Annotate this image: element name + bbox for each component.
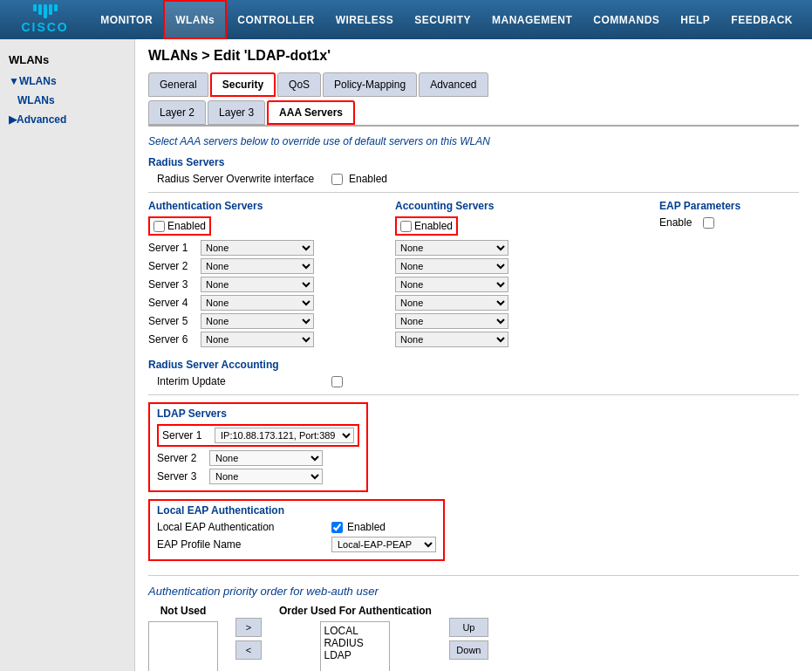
nav-wireless[interactable]: WIRELESS [325,0,405,39]
acct-server-4-select[interactable]: None [395,295,508,311]
nav-security[interactable]: SECURITY [404,0,481,39]
content-area: WLANs > Edit 'LDAP-dot1x' General Securi… [135,39,812,671]
eap-header: EAP Parameters [659,200,799,212]
radius-accounting-header: Radius Server Accounting [148,359,799,371]
local-eap-checkbox[interactable] [331,522,343,533]
auth-server-1-row: Server 1 None [148,240,395,256]
acct-server-6-select[interactable]: None [395,332,508,347]
ldap-server-3-select[interactable]: None [209,469,323,484]
auth-server-5-select[interactable]: None [201,313,314,329]
auth-server-rows: Server 1 None Server 2 None Server 3 Non… [148,240,395,347]
ldap-server-1-label: Server 1 [162,429,215,442]
radius-overwrite-row: Radius Server Overwrite interface Enable… [148,173,799,185]
radius-overwrite-text: Enabled [349,173,387,185]
subtab-aaa-servers[interactable]: AAA Servers [267,100,355,125]
eap-profile-row: EAP Profile Name Local-EAP-PEAP [157,537,436,552]
acct-server-5-select[interactable]: None [395,313,508,329]
nav-wlans[interactable]: WLANs [163,0,227,39]
move-right-button[interactable]: > [235,618,262,637]
auth-server-1-select[interactable]: None [201,240,314,256]
acct-enabled-checkbox[interactable] [400,221,412,232]
ldap-server-3-row: Server 3 None [157,469,359,484]
sidebar-wlans-arrow: ▼ [9,75,19,87]
nav-commands[interactable]: COMMANDS [583,0,670,39]
sidebar-title: WLANs [0,48,134,72]
divider-3 [148,575,799,576]
auth-server-3-row: Server 3 None [148,277,395,292]
auth-server-4-label: Server 4 [148,297,201,309]
tab-qos[interactable]: QoS [277,72,321,97]
divider-2 [148,394,799,395]
move-left-button[interactable]: < [235,640,262,660]
nav-management[interactable]: MANAGEMENT [481,0,583,39]
sidebar-subitem-wlans[interactable]: WLANs [0,91,134,110]
radius-overwrite-checkbox[interactable] [331,174,343,185]
aaa-content: Select AAA servers below to override use… [148,135,799,671]
auth-server-4-select[interactable]: None [201,295,314,311]
acct-server-3-row: None [395,277,642,292]
auth-servers-col: Authentication Servers Enabled Server 1 … [148,200,395,350]
auth-server-2-select[interactable]: None [201,258,314,274]
tab-general[interactable]: General [148,72,208,97]
acct-server-3-select[interactable]: None [395,277,508,292]
interim-update-checkbox[interactable] [331,376,343,387]
acct-server-1-select[interactable]: None [395,240,508,256]
radius-overwrite-value: Enabled [331,173,387,185]
order-radius[interactable]: RADIUS [324,637,386,649]
eap-profile-select[interactable]: Local-EAP-PEAP [331,537,436,552]
nav-monitor[interactable]: MONITOR [90,0,163,39]
acct-enabled-label: Enabled [414,220,453,232]
order-used-box: LOCAL RADIUS LDAP [320,621,390,671]
down-button[interactable]: Down [449,640,488,660]
order-local[interactable]: LOCAL [324,625,386,637]
nav-feedback[interactable]: FEEDBACK [720,0,803,39]
sidebar-item-wlans[interactable]: ▼ WLANs [0,72,134,91]
not-used-title: Not Used [160,605,207,617]
ldap-server-2-row: Server 2 None [157,450,359,466]
sidebar-item-advanced[interactable]: ▶ Advanced [0,110,134,129]
order-used-col: Order Used For Authentication LOCAL RADI… [279,605,432,671]
eap-profile-label: EAP Profile Name [157,538,331,551]
acct-server-5-row: None [395,313,642,329]
interim-update-label: Interim Update [157,375,331,387]
acct-server-2-select[interactable]: None [395,258,508,274]
tab-advanced[interactable]: Advanced [419,72,488,97]
tab-policy-mapping[interactable]: Policy-Mapping [323,72,417,97]
tab-security[interactable]: Security [210,72,276,97]
not-used-col: Not Used [148,605,218,671]
local-eap-enabled-text: Enabled [347,521,386,533]
local-eap-section: Local EAP Authentication Local EAP Authe… [148,499,445,561]
auth-server-6-select[interactable]: None [201,332,314,347]
acct-enabled-box: Enabled [395,216,458,236]
local-eap-header: Local EAP Authentication [157,504,436,517]
nav-menu: MONITOR WLANs CONTROLLER WIRELESS SECURI… [90,0,803,39]
sidebar: WLANs ▼ WLANs WLANs ▶ Advanced [0,39,135,671]
order-ldap[interactable]: LDAP [324,649,386,661]
eap-enable-row: Enable [659,216,799,229]
acct-server-6-row: None [395,332,642,347]
up-button[interactable]: Up [449,618,488,637]
subtab-layer3[interactable]: Layer 3 [208,100,265,125]
nav-controller[interactable]: CONTROLLER [227,0,324,39]
ldap-header: LDAP Servers [157,407,359,420]
eap-col: EAP Parameters Enable [642,200,799,350]
ldap-server-1-select[interactable]: IP:10.88.173.121, Port:389 [215,428,354,443]
ldap-server-2-select[interactable]: None [209,450,323,466]
auth-enabled-checkbox[interactable] [154,221,165,232]
auth-server-3-label: Server 3 [148,278,201,291]
aaa-description: Select AAA servers below to override use… [148,135,799,147]
sidebar-advanced-arrow: ▶ [9,113,17,126]
three-col-section: Authentication Servers Enabled Server 1 … [148,200,799,350]
ldap-server-1-row: Server 1 IP:10.88.173.121, Port:389 [157,424,359,447]
eap-enable-checkbox[interactable] [703,217,714,229]
nav-help[interactable]: HELP [670,0,720,39]
auth-servers-header: Authentication Servers [148,200,395,212]
acct-server-rows: None None None None None [395,240,642,347]
subtab-layer2[interactable]: Layer 2 [148,100,206,125]
radius-servers-header: Radius Servers [148,156,799,168]
auth-server-3-select[interactable]: None [201,277,314,292]
main-layout: WLANs ▼ WLANs WLANs ▶ Advanced WLANs > E… [0,39,812,671]
auth-server-5-label: Server 5 [148,315,201,327]
auth-enabled-label: Enabled [167,220,206,232]
auth-server-6-row: Server 6 None [148,332,395,347]
